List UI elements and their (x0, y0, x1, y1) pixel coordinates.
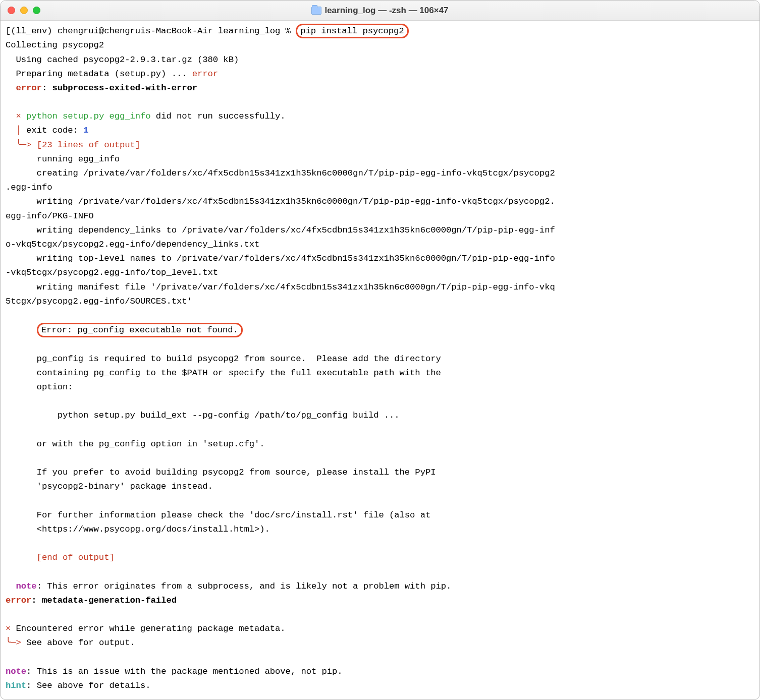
out-note-text: : This is an issue with the package ment… (26, 667, 343, 676)
out-tree-arrow: ╰─> (6, 638, 26, 648)
out-tree-bar: │ (6, 126, 26, 135)
out-error-word: error (192, 69, 218, 79)
out-line: Encountered error while generating packa… (16, 624, 286, 633)
out-tree-arrow: ╰─> (6, 140, 37, 150)
out-line: See above for output. (26, 638, 135, 648)
out-cross: × (6, 111, 26, 121)
out-exit-code: 1 (83, 126, 88, 135)
out-end-of-output: [end of output] (6, 553, 115, 562)
out-line: writing /private/var/folders/xc/4fx5cdbn… (6, 197, 555, 220)
out-error-label: error (6, 596, 31, 605)
window-controls (8, 7, 40, 14)
out-line: 'psycopg2-binary' package instead. (6, 482, 213, 491)
out-line: running egg_info (6, 154, 120, 164)
out-line: <https://www.psycopg.org/docs/install.ht… (6, 524, 270, 534)
out-line: pg_config is required to build psycopg2 … (6, 354, 441, 364)
out-line: writing dependency_links to /private/var… (6, 225, 555, 249)
out-pad (6, 325, 37, 335)
out-note-label: note (6, 581, 37, 591)
out-line: or with the pg_config option in 'setup.c… (6, 439, 265, 449)
input-command-highlight: pip install psycopg2 (296, 24, 408, 38)
minimize-icon[interactable] (20, 7, 28, 14)
out-hint-text: : See above for details. (26, 681, 151, 690)
folder-icon (311, 7, 321, 15)
out-error-label: error (6, 83, 42, 93)
out-line: writing top-level names to /private/var/… (6, 254, 555, 277)
out-line: If you prefer to avoid building psycopg2… (6, 468, 436, 477)
close-icon[interactable] (8, 7, 15, 14)
out-line: python setup.py build_ext --pg-config /p… (6, 411, 400, 420)
window-title-text: learning_log — -zsh — 106×47 (324, 6, 448, 16)
terminal-output[interactable]: [(ll_env) chengrui@chengruis-MacBook-Air… (1, 21, 759, 696)
out-hint-label: hint (6, 681, 26, 690)
out-line: Preparing metadata (setup.py) ... (6, 69, 192, 79)
out-line: writing manifest file '/private/var/fold… (6, 282, 555, 306)
titlebar: learning_log — -zsh — 106×47 (1, 1, 759, 21)
out-error-msg: : metadata-generation-failed (31, 596, 177, 605)
out-egg-cmd: python setup.py egg_info (26, 111, 151, 121)
out-line: Collecting psycopg2 (6, 40, 104, 50)
out-cross: × (6, 624, 16, 633)
out-line: Using cached psycopg2-2.9.3.tar.gz (380 … (6, 55, 239, 65)
out-line: option: (6, 382, 73, 392)
out-lines-count: [23 lines of output] (37, 140, 140, 150)
error-highlight-pgconfig: Error: pg_config executable not found. (37, 323, 243, 337)
out-egg-tail: did not run successfully. (151, 111, 286, 121)
window-title: learning_log — -zsh — 106×47 (311, 6, 448, 16)
prompt-prefix: [(ll_env) chengrui@chengruis-MacBook-Air… (6, 26, 296, 36)
maximize-icon[interactable] (33, 7, 40, 14)
out-error-msg: : subprocess-exited-with-error (42, 83, 197, 93)
out-exit-lbl: exit code: (26, 126, 83, 135)
out-note-label: note (6, 667, 26, 676)
out-note-text: : This error originates from a subproces… (37, 581, 452, 591)
out-line: For further information please check the… (6, 510, 430, 520)
out-line: creating /private/var/folders/xc/4fx5cdb… (6, 168, 555, 192)
out-line: containing pg_config to the $PATH or spe… (6, 368, 441, 378)
